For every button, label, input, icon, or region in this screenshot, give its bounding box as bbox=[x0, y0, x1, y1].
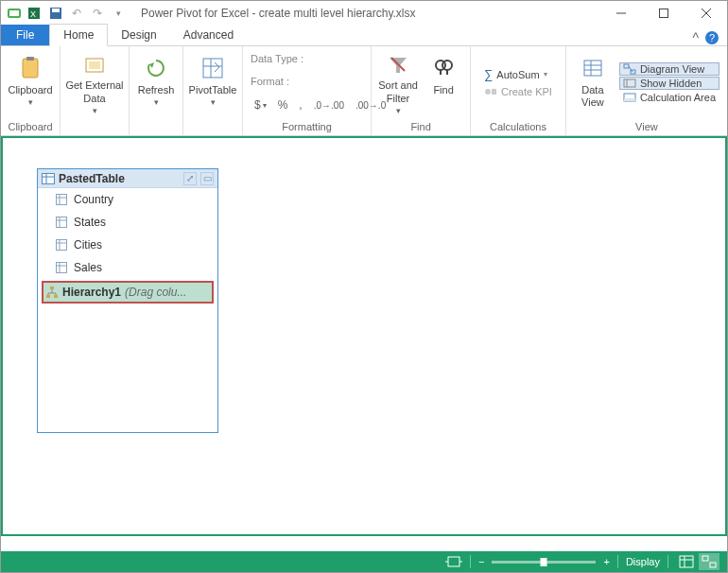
group-pivottable: PivotTable ▾ bbox=[183, 46, 243, 135]
calc-area-icon bbox=[623, 92, 636, 103]
diagram-icon bbox=[623, 63, 636, 75]
tab-home[interactable]: Home bbox=[49, 24, 108, 46]
svg-rect-39 bbox=[43, 173, 55, 183]
redo-icon[interactable]: ↷ bbox=[90, 6, 105, 21]
group-clipboard: Clipboard ▾ Clipboard bbox=[1, 46, 61, 135]
field-states[interactable]: States bbox=[38, 211, 217, 234]
svg-marker-16 bbox=[149, 62, 154, 68]
card-maximize-icon[interactable]: ▭ bbox=[200, 172, 214, 185]
tab-advanced[interactable]: Advanced bbox=[170, 25, 247, 45]
svg-point-26 bbox=[485, 89, 491, 95]
svg-rect-42 bbox=[57, 195, 67, 205]
status-bar: − + Display bbox=[1, 551, 727, 572]
svg-rect-56 bbox=[54, 295, 58, 298]
svg-rect-17 bbox=[203, 59, 222, 78]
svg-rect-45 bbox=[57, 217, 67, 228]
save-icon[interactable] bbox=[48, 6, 63, 21]
svg-rect-32 bbox=[624, 64, 629, 68]
svg-rect-1 bbox=[9, 10, 19, 16]
svg-text:X: X bbox=[30, 9, 36, 19]
zoom-in-button[interactable]: + bbox=[596, 551, 616, 572]
excel-icon: X bbox=[27, 6, 43, 21]
show-hidden-button[interactable]: Show Hidden bbox=[619, 77, 719, 90]
qat-dropdown-icon[interactable]: ▾ bbox=[111, 6, 126, 21]
column-icon bbox=[55, 261, 68, 274]
paste-button[interactable]: Clipboard ▾ bbox=[5, 50, 56, 116]
diagram-view-button[interactable]: Diagram View bbox=[619, 62, 719, 76]
pivottable-button[interactable]: PivotTable ▾ bbox=[187, 50, 238, 116]
sort-filter-button[interactable]: Sort and Filter ▾ bbox=[375, 50, 421, 116]
field-country[interactable]: Country bbox=[38, 188, 217, 211]
find-button[interactable]: Find bbox=[421, 50, 466, 116]
dropdown-arrow-icon: ▾ bbox=[211, 97, 216, 108]
svg-rect-5 bbox=[52, 9, 60, 12]
minimize-button[interactable] bbox=[599, 1, 642, 25]
maximize-button[interactable] bbox=[642, 1, 685, 25]
ribbon: Clipboard ▾ Clipboard Get External Data … bbox=[1, 46, 727, 136]
dropdown-arrow-icon: ▾ bbox=[93, 106, 97, 116]
autosum-button[interactable]: ∑ AutoSum ▾ bbox=[480, 66, 556, 82]
app-icon bbox=[7, 6, 22, 21]
currency-button[interactable]: $ ▾ bbox=[251, 96, 270, 113]
svg-rect-38 bbox=[624, 98, 635, 101]
zoom-slider[interactable] bbox=[492, 551, 596, 572]
hierarchy-item[interactable]: Hierarchy1 (Drag colu... bbox=[42, 281, 214, 304]
table-name: PastedTable bbox=[59, 172, 180, 185]
fit-to-screen-button[interactable] bbox=[438, 551, 470, 572]
diagram-view-toggle[interactable] bbox=[699, 553, 719, 570]
svg-rect-48 bbox=[57, 240, 67, 251]
format-label: Format : bbox=[251, 76, 289, 87]
refresh-button[interactable]: Refresh ▾ bbox=[133, 50, 179, 116]
group-formatting: Data Type : Format : $ ▾ % , .0→.00 .00→… bbox=[243, 46, 372, 135]
help-icon[interactable]: ? bbox=[704, 30, 719, 45]
svg-rect-55 bbox=[46, 295, 50, 298]
calculation-area-button[interactable]: Calculation Area bbox=[619, 91, 719, 104]
create-kpi-button[interactable]: Create KPI bbox=[480, 84, 556, 99]
hierarchy-icon bbox=[45, 286, 59, 299]
group-refresh: Refresh ▾ bbox=[130, 46, 183, 135]
data-view-button[interactable]: Data View bbox=[570, 50, 615, 116]
comma-button[interactable]: , bbox=[295, 96, 305, 113]
show-hidden-icon bbox=[623, 78, 636, 89]
field-cities[interactable]: Cities bbox=[38, 234, 217, 256]
dropdown-arrow-icon: ▾ bbox=[154, 97, 159, 108]
tab-file[interactable]: File bbox=[1, 25, 49, 45]
datatype-label: Data Type : bbox=[251, 53, 303, 64]
dropdown-arrow-icon: ▾ bbox=[28, 97, 33, 108]
svg-rect-64 bbox=[680, 556, 693, 567]
svg-text:?: ? bbox=[709, 32, 715, 43]
svg-point-23 bbox=[442, 61, 452, 70]
diagram-canvas[interactable]: PastedTable ⤢ ▭ Country States Cities Sa… bbox=[1, 136, 727, 536]
svg-rect-7 bbox=[659, 9, 667, 17]
dropdown-arrow-icon: ▾ bbox=[396, 106, 401, 116]
kpi-icon bbox=[484, 85, 497, 98]
svg-rect-51 bbox=[57, 263, 67, 273]
table-card[interactable]: PastedTable ⤢ ▭ Country States Cities Sa… bbox=[37, 168, 218, 433]
column-icon bbox=[55, 193, 68, 206]
svg-rect-27 bbox=[492, 89, 496, 95]
svg-rect-54 bbox=[50, 286, 54, 289]
svg-rect-15 bbox=[89, 61, 100, 69]
svg-rect-35 bbox=[624, 79, 635, 87]
increase-decimal-button[interactable]: .0→.00 bbox=[310, 98, 348, 113]
column-icon bbox=[55, 238, 68, 252]
collapse-ribbon-icon[interactable]: ^ bbox=[692, 30, 699, 45]
table-card-header[interactable]: PastedTable ⤢ ▭ bbox=[38, 169, 217, 188]
group-calculations: ∑ AutoSum ▾ Create KPI Calculations bbox=[471, 46, 566, 135]
close-button[interactable] bbox=[685, 1, 727, 25]
get-external-data-button[interactable]: Get External Data ▾ bbox=[64, 50, 125, 116]
data-view-toggle[interactable] bbox=[676, 553, 697, 570]
ribbon-tabs: File Home Design Advanced ^ ? bbox=[1, 25, 727, 46]
undo-icon[interactable]: ↶ bbox=[69, 6, 84, 21]
group-view: Data View Diagram View Show Hidden Calcu… bbox=[566, 46, 727, 135]
field-sales[interactable]: Sales bbox=[38, 256, 217, 279]
card-expand-icon[interactable]: ⤢ bbox=[183, 172, 197, 185]
hierarchy-name: Hierarchy1 bbox=[62, 286, 121, 299]
zoom-out-button[interactable]: − bbox=[471, 551, 492, 572]
percent-button[interactable]: % bbox=[274, 96, 292, 113]
tab-design[interactable]: Design bbox=[108, 25, 169, 45]
hierarchy-hint: (Drag colu... bbox=[125, 286, 186, 299]
window-title: Power Pivot for Excel - create multi lev… bbox=[126, 7, 599, 20]
group-sort-find: Sort and Filter ▾ Find Find bbox=[372, 46, 471, 135]
svg-rect-67 bbox=[702, 556, 708, 561]
